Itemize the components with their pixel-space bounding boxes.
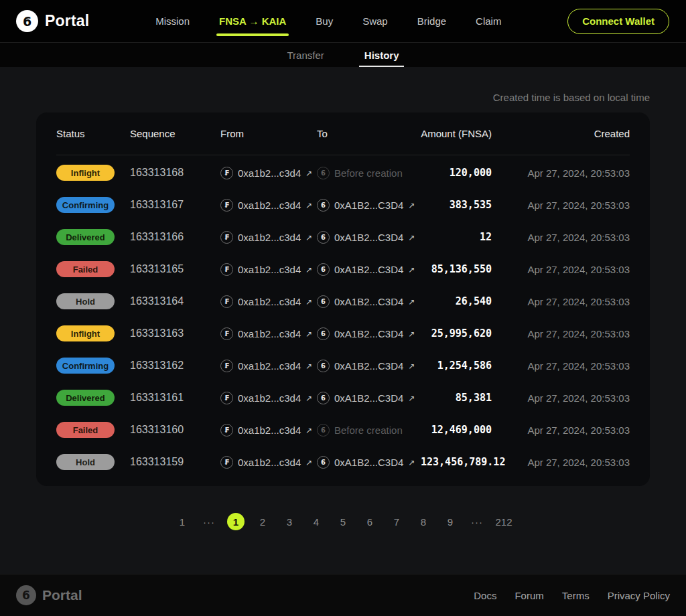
- pagination: 1···123456789···212: [36, 513, 650, 530]
- to-address-link[interactable]: 60xA1B2...C3D4↗: [317, 231, 415, 244]
- to-address-link[interactable]: 60xA1B2...C3D4↗: [317, 392, 415, 404]
- sequence-value: 163313167: [130, 199, 220, 211]
- footer-portal-logo[interactable]: 6 Portal: [16, 585, 82, 605]
- table-row: Failed163313165₣0xa1b2...c3d4↗60xA1B2...…: [56, 253, 630, 285]
- footer-link-docs[interactable]: Docs: [474, 590, 496, 601]
- to-address-link[interactable]: 60xA1B2...C3D4↗: [317, 456, 415, 469]
- to-chain-icon: 6: [317, 360, 330, 372]
- status-badge: Failed: [56, 422, 115, 438]
- status-badge: Delivered: [56, 390, 115, 406]
- nav-item-mission[interactable]: Mission: [155, 15, 190, 27]
- nav-item-claim[interactable]: Claim: [476, 15, 501, 27]
- nav-item-bridge[interactable]: Bridge: [417, 15, 446, 27]
- to-address-link[interactable]: 60xA1B2...C3D4↗: [317, 327, 415, 340]
- page-button-2[interactable]: 2: [254, 513, 271, 530]
- nav-item-buy[interactable]: Buy: [316, 15, 333, 27]
- external-link-icon: ↗: [305, 169, 312, 178]
- to-address-text: 0xA1B2...C3D4: [334, 392, 403, 404]
- to-address-link[interactable]: 60xA1B2...C3D4↗: [317, 199, 415, 212]
- from-cell: ₣0xa1b2...c3d4↗: [220, 327, 317, 340]
- page-button-1[interactable]: 1: [227, 513, 245, 530]
- created-value: Apr 27, 2024, 20:53:03: [492, 360, 630, 372]
- main-content: Created time is based on local time Stat…: [0, 67, 686, 574]
- from-address-link[interactable]: ₣0xa1b2...c3d4↗: [220, 392, 312, 404]
- to-cell: 60xA1B2...C3D4↗: [317, 359, 421, 372]
- tab-history[interactable]: History: [363, 43, 401, 67]
- from-address-text: 0xa1b2...c3d4: [238, 457, 301, 468]
- page-button-5[interactable]: 5: [334, 513, 352, 530]
- created-value: Apr 27, 2024, 20:53:03: [492, 296, 630, 307]
- finschia-logo-icon: 6: [16, 585, 36, 605]
- to-cell: 60xA1B2...C3D4↗: [317, 295, 421, 308]
- table-row: Inflight163313168₣0xa1b2...c3d4↗6Before …: [56, 157, 630, 189]
- to-cell: 60xA1B2...C3D4↗: [317, 391, 421, 404]
- page-button-3[interactable]: 3: [281, 513, 298, 530]
- from-address-text: 0xa1b2...c3d4: [238, 264, 301, 275]
- to-cell: 60xA1B2...C3D4↗: [317, 230, 421, 244]
- from-chain-icon: ₣: [220, 327, 233, 340]
- from-address-link[interactable]: ₣0xa1b2...c3d4↗: [220, 360, 312, 372]
- status-badge: Hold: [56, 454, 115, 470]
- table-row: Failed163313160₣0xa1b2...c3d4↗6Before cr…: [56, 414, 630, 446]
- from-chain-icon: ₣: [220, 392, 233, 404]
- status-cell: Delivered: [56, 229, 130, 245]
- nav-item-swap[interactable]: Swap: [362, 15, 388, 27]
- page-button-212[interactable]: 212: [495, 513, 512, 530]
- to-chain-icon: 6: [317, 263, 330, 276]
- external-link-icon: ↗: [305, 458, 312, 467]
- footer-link-terms[interactable]: Terms: [562, 590, 590, 601]
- footer-link-privacy-policy[interactable]: Privacy Policy: [608, 590, 670, 601]
- table-row: Confirming163313167₣0xa1b2...c3d4↗60xA1B…: [56, 189, 630, 221]
- main-nav: MissionFNSA → KAIABuySwapBridgeClaim: [155, 15, 501, 27]
- to-address-link[interactable]: 60xA1B2...C3D4↗: [317, 360, 415, 372]
- status-badge: Confirming: [56, 358, 115, 374]
- page-button-7[interactable]: 7: [388, 513, 405, 530]
- footer: 6 Portal DocsForumTermsPrivacy Policy: [0, 574, 686, 616]
- pagination-ellipsis: ···: [200, 513, 218, 530]
- status-cell: Inflight: [56, 325, 130, 341]
- created-value: Apr 27, 2024, 20:53:03: [492, 457, 630, 468]
- from-address-link[interactable]: ₣0xa1b2...c3d4↗: [220, 327, 312, 340]
- portal-logo[interactable]: 6 Portal: [16, 10, 89, 32]
- from-address-link[interactable]: ₣0xa1b2...c3d4↗: [220, 263, 312, 276]
- created-value: Apr 27, 2024, 20:53:03: [492, 232, 630, 243]
- to-address-text: 0xA1B2...C3D4: [334, 264, 403, 275]
- from-cell: ₣0xa1b2...c3d4↗: [220, 198, 317, 212]
- footer-link-forum[interactable]: Forum: [514, 590, 543, 601]
- from-address-link[interactable]: ₣0xa1b2...c3d4↗: [220, 456, 312, 469]
- from-chain-icon: ₣: [220, 360, 233, 372]
- page-button-4[interactable]: 4: [307, 513, 325, 530]
- from-chain-icon: ₣: [220, 295, 233, 308]
- from-address-link[interactable]: ₣0xa1b2...c3d4↗: [220, 295, 312, 308]
- status-badge: Inflight: [56, 165, 115, 181]
- connect-wallet-button[interactable]: Connect Wallet: [567, 9, 669, 34]
- status-cell: Confirming: [56, 358, 130, 374]
- to-chain-icon: 6: [317, 456, 330, 469]
- footer-links: DocsForumTermsPrivacy Policy: [474, 590, 670, 601]
- external-link-icon: ↗: [408, 362, 415, 371]
- page-button-1[interactable]: 1: [174, 513, 191, 530]
- from-address-text: 0xa1b2...c3d4: [238, 296, 301, 307]
- from-cell: ₣0xa1b2...c3d4↗: [220, 166, 317, 179]
- to-address-link[interactable]: 60xA1B2...C3D4↗: [317, 263, 415, 276]
- external-link-icon: ↗: [408, 458, 415, 467]
- from-address-link[interactable]: ₣0xa1b2...c3d4↗: [220, 199, 312, 212]
- status-badge: Failed: [56, 261, 115, 277]
- external-link-icon: ↗: [305, 265, 312, 275]
- sequence-value: 163313160: [130, 424, 220, 436]
- from-address-link[interactable]: ₣0xa1b2...c3d4↗: [220, 424, 312, 437]
- page-button-9[interactable]: 9: [441, 513, 459, 530]
- from-address-link[interactable]: ₣0xa1b2...c3d4↗: [220, 167, 312, 179]
- to-address-text: 0xA1B2...C3D4: [334, 200, 403, 211]
- from-address-link[interactable]: ₣0xa1b2...c3d4↗: [220, 231, 312, 244]
- amount-value: 25,995,620: [421, 327, 492, 339]
- nav-item-fnsa-kaia[interactable]: FNSA → KAIA: [219, 15, 286, 27]
- to-address-link[interactable]: 60xA1B2...C3D4↗: [317, 295, 415, 308]
- table-row: Delivered163313166₣0xa1b2...c3d4↗60xA1B2…: [56, 221, 630, 253]
- external-link-icon: ↗: [408, 329, 415, 339]
- tab-transfer[interactable]: Transfer: [286, 43, 326, 67]
- amount-value: 26,540: [421, 295, 492, 307]
- page-button-8[interactable]: 8: [415, 513, 432, 530]
- logo-text: Portal: [45, 12, 89, 30]
- page-button-6[interactable]: 6: [361, 513, 379, 530]
